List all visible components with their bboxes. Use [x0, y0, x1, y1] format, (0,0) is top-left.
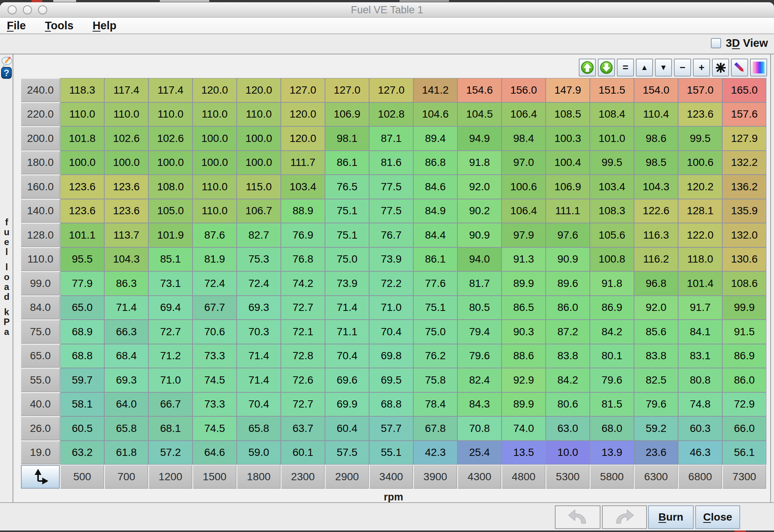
ve-cell[interactable]: 101.0	[590, 127, 634, 150]
ve-cell[interactable]: 72.8	[281, 344, 325, 368]
ve-cell[interactable]: 99.5	[678, 127, 722, 150]
ve-cell[interactable]: 84.2	[546, 368, 589, 392]
increment-button[interactable]: ▲	[636, 59, 653, 76]
ve-cell[interactable]: 123.6	[105, 199, 148, 223]
ve-cell[interactable]: 104.3	[105, 248, 148, 271]
ve-cell[interactable]: 63.2	[61, 441, 104, 465]
ve-cell[interactable]: 120.0	[193, 78, 236, 102]
ve-cell[interactable]: 100.8	[590, 248, 634, 271]
ve-cell[interactable]: 73.3	[193, 393, 236, 416]
ve-cell[interactable]: 87.6	[193, 223, 236, 247]
ve-cell[interactable]: 108.3	[590, 199, 634, 223]
ve-cell[interactable]: 60.1	[281, 441, 325, 465]
ve-cell[interactable]: 57.7	[369, 417, 413, 440]
ve-cell[interactable]: 154.0	[634, 78, 678, 102]
ve-cell[interactable]: 60.3	[678, 417, 722, 440]
ve-cell[interactable]: 123.6	[105, 175, 148, 199]
ve-cell[interactable]: 63.0	[546, 417, 589, 440]
ve-cell[interactable]: 73.1	[149, 272, 192, 295]
ve-cell[interactable]: 120.2	[678, 175, 722, 199]
ve-cell[interactable]: 116.3	[634, 223, 678, 247]
ve-cell[interactable]: 77.9	[61, 272, 104, 295]
ve-cell[interactable]: 68.8	[61, 344, 104, 368]
ve-cell[interactable]: 110.0	[237, 103, 280, 126]
ve-cell[interactable]: 74.8	[678, 393, 722, 416]
ve-cell[interactable]: 75.3	[237, 248, 280, 271]
ve-cell[interactable]: 110.0	[105, 103, 148, 126]
3d-view-checkbox[interactable]	[711, 38, 721, 48]
ve-cell[interactable]: 75.0	[325, 248, 369, 271]
ve-cell[interactable]: 68.8	[369, 393, 413, 416]
ve-cell[interactable]: 86.9	[723, 344, 766, 368]
ve-cell[interactable]: 154.6	[458, 78, 501, 102]
ve-cell[interactable]: 64.6	[193, 441, 236, 465]
ve-cell[interactable]: 82.4	[458, 368, 501, 392]
ve-cell[interactable]: 68.1	[149, 417, 192, 440]
ve-cell[interactable]: 64.0	[105, 393, 148, 416]
ve-cell[interactable]: 108.0	[149, 175, 192, 199]
ve-cell[interactable]: 136.2	[723, 175, 766, 199]
ve-cell[interactable]: 69.5	[369, 368, 413, 392]
ve-cell[interactable]: 68.9	[61, 320, 104, 344]
ve-cell[interactable]: 73.3	[193, 344, 236, 368]
axis-swap-button[interactable]	[21, 465, 60, 489]
ve-cell[interactable]: 71.4	[325, 296, 369, 320]
ve-cell[interactable]: 71.0	[369, 296, 413, 320]
ve-cell[interactable]: 84.6	[414, 175, 457, 199]
ve-cell[interactable]: 81.6	[369, 151, 413, 175]
ve-cell[interactable]: 100.0	[237, 127, 280, 150]
ve-cell[interactable]: 23.6	[634, 441, 678, 465]
ve-cell[interactable]: 157.6	[723, 103, 766, 126]
ve-cell[interactable]: 63.7	[281, 417, 325, 440]
ve-cell[interactable]: 101.1	[61, 223, 104, 247]
ve-cell[interactable]: 70.4	[237, 393, 280, 416]
ve-cell[interactable]: 98.6	[634, 127, 678, 150]
ve-cell[interactable]: 70.6	[193, 320, 236, 344]
ve-cell[interactable]: 105.0	[149, 199, 192, 223]
ve-cell[interactable]: 98.4	[502, 127, 545, 150]
ve-cell[interactable]: 100.6	[502, 175, 545, 199]
ve-cell[interactable]: 66.7	[149, 393, 192, 416]
menu-file[interactable]: File	[7, 19, 26, 32]
ve-cell[interactable]: 65.8	[105, 417, 148, 440]
ve-cell[interactable]: 74.0	[502, 417, 545, 440]
ve-cell[interactable]: 72.9	[723, 393, 766, 416]
ve-cell[interactable]: 123.6	[678, 103, 722, 126]
ve-cell[interactable]: 69.3	[105, 368, 148, 392]
ve-cell[interactable]: 110.0	[193, 175, 236, 199]
ve-cell[interactable]: 71.0	[149, 368, 192, 392]
ve-cell[interactable]: 75.8	[414, 368, 457, 392]
ve-cell[interactable]: 118.3	[61, 78, 104, 102]
ve-cell[interactable]: 74.5	[193, 417, 236, 440]
ve-cell[interactable]: 88.9	[281, 199, 325, 223]
ve-cell[interactable]: 86.9	[590, 296, 634, 320]
ve-cell[interactable]: 69.9	[325, 393, 369, 416]
ve-cell[interactable]: 101.9	[149, 223, 192, 247]
ve-cell[interactable]: 132.2	[723, 151, 766, 175]
ve-cell[interactable]: 147.9	[546, 78, 589, 102]
ve-cell[interactable]: 84.3	[458, 393, 501, 416]
ve-cell[interactable]: 76.9	[281, 223, 325, 247]
ve-cell[interactable]: 90.2	[458, 199, 501, 223]
ve-cell[interactable]: 100.0	[193, 127, 236, 150]
ve-cell[interactable]: 100.0	[149, 151, 192, 175]
ve-cell[interactable]: 77.5	[369, 175, 413, 199]
interpolate-button[interactable]	[731, 59, 748, 76]
ve-cell[interactable]: 116.2	[634, 248, 678, 271]
ve-cell[interactable]: 75.0	[414, 320, 457, 344]
color-scale-button[interactable]	[750, 59, 767, 76]
ve-cell[interactable]: 90.9	[546, 248, 589, 271]
ve-cell[interactable]: 89.9	[502, 272, 545, 295]
ve-cell[interactable]: 83.8	[546, 344, 589, 368]
ve-cell[interactable]: 81.9	[193, 248, 236, 271]
ve-cell[interactable]: 92.0	[458, 175, 501, 199]
ve-cell[interactable]: 72.7	[281, 296, 325, 320]
undo-button[interactable]	[555, 505, 600, 529]
ve-cell[interactable]: 122.6	[634, 199, 678, 223]
ve-cell[interactable]: 100.0	[237, 151, 280, 175]
ve-cell[interactable]: 86.8	[414, 151, 457, 175]
ve-cell[interactable]: 91.7	[678, 296, 722, 320]
ve-cell[interactable]: 72.6	[281, 368, 325, 392]
ve-cell[interactable]: 42.3	[414, 441, 457, 465]
ve-cell[interactable]: 91.8	[590, 272, 634, 295]
